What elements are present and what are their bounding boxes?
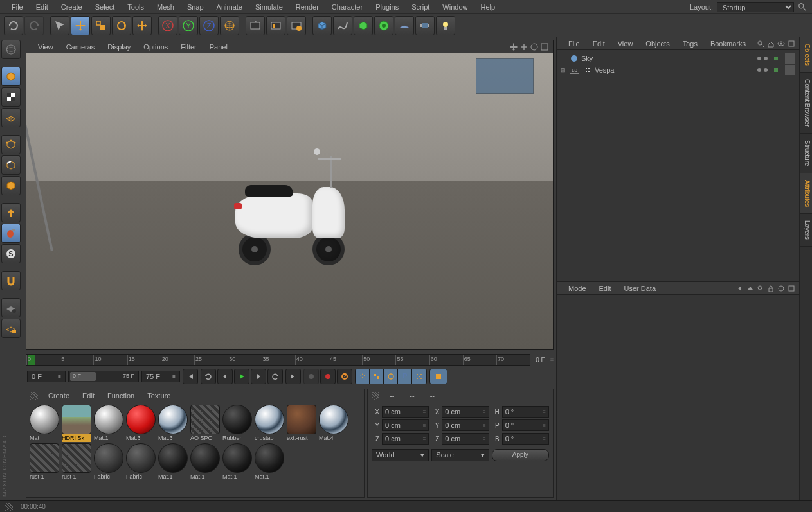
add-deformer-button[interactable] [374, 16, 393, 35]
key-pos-button[interactable] [356, 369, 370, 384]
vp-menu-filter[interactable]: Filter [176, 42, 201, 52]
axis-button[interactable] [1, 203, 21, 222]
mat-menu-function[interactable]: Function [102, 391, 140, 401]
menu-script[interactable]: Script [405, 1, 436, 13]
timeline-options-button[interactable] [429, 369, 447, 384]
object-tree[interactable]: Sky⊞L0Vespa [557, 50, 799, 281]
mat-menu-create[interactable]: Create [43, 391, 75, 401]
scale-button[interactable] [91, 16, 111, 35]
coord-field[interactable]: 0 cm≡ [382, 406, 429, 418]
render-pv-button[interactable] [266, 16, 285, 35]
tab-attributes[interactable]: Attributes [800, 173, 812, 214]
tree-row[interactable]: Sky [559, 53, 797, 64]
vp-nav-zoom-icon[interactable] [519, 42, 528, 51]
material-item[interactable]: Mat.3 [158, 405, 188, 442]
add-cube-button[interactable] [312, 16, 332, 35]
obj-menu-file[interactable]: File [563, 39, 585, 49]
menu-character[interactable]: Character [325, 1, 369, 13]
vp-menu-display[interactable]: Display [102, 42, 136, 52]
menu-select[interactable]: Select [89, 1, 122, 13]
locked-wp-button[interactable] [1, 319, 21, 338]
attr-lock-icon[interactable] [767, 285, 775, 292]
material-item[interactable]: AO SPO [190, 405, 221, 442]
obj-eye-icon[interactable] [777, 40, 785, 48]
lock-y-button[interactable]: Y [179, 16, 198, 35]
keyframe-sel-button[interactable]: ? [337, 369, 352, 384]
obj-home-icon[interactable] [767, 40, 775, 48]
next-frame-button[interactable] [251, 369, 266, 384]
menu-render[interactable]: Render [289, 1, 325, 13]
material-item[interactable]: rust 1 [29, 443, 60, 481]
material-item[interactable]: Mat.1 [254, 443, 285, 481]
material-item[interactable]: Mat.1 [222, 443, 253, 481]
obj-menu-objects[interactable]: Objects [640, 39, 674, 49]
polygon-mode-button[interactable] [1, 176, 21, 195]
menu-simulate[interactable]: Simulate [249, 1, 289, 13]
obj-search-icon[interactable] [757, 40, 764, 48]
attr-nav-up-icon[interactable] [746, 285, 754, 292]
obj-layout-icon[interactable] [788, 40, 795, 48]
lock-z-button[interactable]: Z [199, 16, 219, 35]
material-item[interactable]: Mat.1 [190, 443, 221, 481]
add-spline-button[interactable] [333, 16, 352, 35]
autokey-button[interactable] [320, 369, 336, 384]
obj-menu-tags[interactable]: Tags [678, 39, 703, 49]
attr-menu-mode[interactable]: Mode [563, 283, 591, 294]
tweak-button[interactable] [1, 224, 21, 243]
snap-button[interactable] [1, 271, 21, 290]
coord-field[interactable]: 0 cm≡ [442, 406, 489, 418]
mat-menu-edit[interactable]: Edit [77, 391, 100, 401]
attr-layout-icon[interactable] [788, 285, 795, 292]
menu-file[interactable]: File [5, 1, 30, 13]
obj-menu-view[interactable]: View [613, 39, 638, 49]
end-frame-field[interactable]: 75 F≡ [141, 371, 180, 382]
coord-mode-select[interactable]: Scale▾ [431, 449, 489, 461]
goto-next-key-button[interactable] [267, 369, 283, 384]
coord-space-select[interactable]: World▾ [372, 449, 429, 461]
range-slider[interactable]: 0 F 75 F [68, 371, 139, 382]
undo-button[interactable] [4, 16, 23, 35]
layout-dropdown[interactable]: Startup [717, 2, 794, 12]
redo-button[interactable] [24, 16, 44, 35]
tab-objects[interactable]: Objects [800, 37, 812, 73]
coord-system-button[interactable] [220, 16, 239, 35]
add-generator-button[interactable] [354, 16, 373, 35]
attr-menu-userdata[interactable]: User Data [619, 283, 662, 294]
timeline-ruler[interactable]: 051015202530354045505560657075 0 F ≡ [26, 353, 554, 367]
mat-menu-texture[interactable]: Texture [142, 391, 176, 401]
prev-frame-button[interactable] [217, 369, 233, 384]
record-button[interactable] [303, 369, 319, 384]
move-button[interactable] [71, 16, 90, 35]
material-item[interactable]: Mat.1 [158, 443, 188, 481]
last-tool-button[interactable] [132, 16, 152, 35]
tree-row[interactable]: ⊞L0Vespa [559, 64, 797, 76]
live-select-button[interactable] [50, 16, 69, 35]
attr-menu-edit[interactable]: Edit [594, 283, 617, 294]
coord-field[interactable]: 0 cm≡ [442, 419, 489, 431]
menu-create[interactable]: Create [55, 1, 89, 13]
coord-apply-button[interactable]: Apply [492, 449, 549, 461]
vp-menu-options[interactable]: Options [138, 42, 173, 52]
obj-menu-edit[interactable]: Edit [588, 39, 610, 49]
lock-x-button[interactable]: X [158, 16, 177, 35]
coord-field[interactable]: 0 °≡ [502, 419, 549, 431]
obj-menu-bookmarks[interactable]: Bookmarks [705, 39, 751, 49]
material-item[interactable]: Fabric - [125, 443, 156, 481]
make-editable-button[interactable] [1, 40, 21, 59]
goto-start-button[interactable] [183, 369, 198, 384]
vp-nav-pan-icon[interactable] [509, 42, 518, 51]
material-item[interactable]: Rubber [222, 405, 253, 442]
vp-maximize-icon[interactable] [540, 42, 549, 51]
coord-field[interactable]: 0 cm≡ [382, 419, 429, 431]
material-item[interactable]: rust 1 [61, 443, 92, 481]
coord-field[interactable]: 0 °≡ [502, 433, 549, 445]
add-camera-button[interactable] [415, 16, 435, 35]
menu-tools[interactable]: Tools [121, 1, 150, 13]
render-view-button[interactable] [246, 16, 265, 35]
vp-nav-rotate-icon[interactable] [530, 42, 539, 51]
material-item[interactable]: crustab [254, 405, 285, 442]
vp-menu-view[interactable]: View [33, 42, 59, 52]
search-icon[interactable] [798, 3, 807, 12]
attr-new-icon[interactable] [777, 285, 785, 292]
workplane-mode-button[interactable] [1, 108, 21, 127]
